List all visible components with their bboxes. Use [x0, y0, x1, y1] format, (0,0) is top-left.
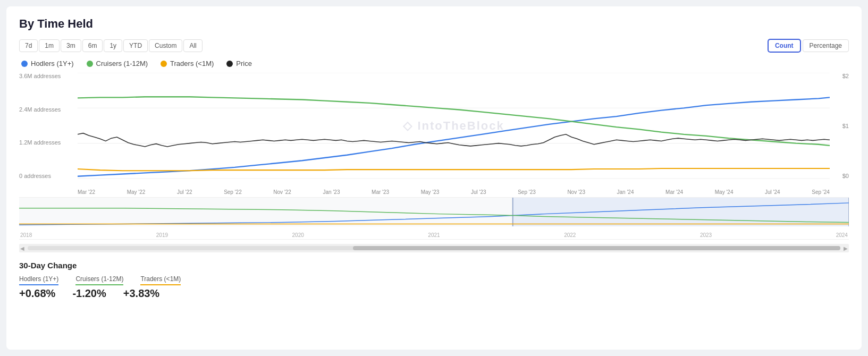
x-label-1: May '22: [127, 189, 146, 195]
x-label-4: Nov '22: [273, 189, 291, 195]
x-axis-labels: Mar '22 May '22 Jul '22 Sep '22 Nov '22 …: [78, 189, 830, 195]
x-label-6: Mar '23: [372, 189, 389, 195]
scroll-left-arrow[interactable]: ◀: [20, 245, 24, 251]
main-card: By Time Held 7d 1m 3m 6m 1y YTD Custom A…: [6, 6, 862, 350]
x-label-8: Jul '23: [471, 189, 486, 195]
mini-x-4: 2022: [564, 232, 576, 238]
price-label: Price: [236, 60, 252, 67]
change-value-traders: +3.83%: [123, 287, 159, 300]
changes-values: +0.68% -1.20% +3.83%: [19, 287, 849, 300]
scroll-track: [28, 246, 840, 250]
x-label-15: Sep '24: [812, 189, 830, 195]
btn-custom[interactable]: Custom: [149, 39, 182, 52]
btn-1m[interactable]: 1m: [39, 39, 60, 52]
svg-rect-5: [513, 198, 849, 226]
page-title: By Time Held: [19, 17, 849, 31]
changes-labels: Hodlers (1Y+) Cruisers (1-12M) Traders (…: [19, 275, 849, 285]
change-value-cruisers: -1.20%: [72, 287, 106, 300]
price-line: [78, 133, 830, 147]
mini-x-3: 2021: [428, 232, 440, 238]
mini-x-6: 2024: [836, 232, 848, 238]
btn-count[interactable]: Count: [768, 39, 800, 52]
cruisers-dot: [87, 61, 93, 67]
mini-x-2: 2020: [292, 232, 304, 238]
y-right-mid: $1: [842, 123, 849, 129]
price-dot: [226, 61, 233, 67]
changes-section: 30-Day Change Hodlers (1Y+) Cruisers (1-…: [19, 261, 849, 300]
x-label-3: Sep '22: [224, 189, 242, 195]
y-label-bottom: 0 addresses: [19, 173, 78, 179]
legend-traders: Traders (<1M): [161, 60, 214, 67]
main-chart-svg-container: ◇ IntoTheBlock: [78, 73, 830, 179]
legend-cruisers: Cruisers (1-12M): [87, 60, 148, 67]
btn-6m[interactable]: 6m: [82, 39, 103, 52]
y-axis-right: $2 $1 $0: [833, 73, 849, 179]
traders-dot: [161, 61, 167, 67]
legend-price: Price: [226, 60, 252, 67]
hodlers-dot: [21, 61, 28, 67]
toolbar: 7d 1m 3m 6m 1y YTD Custom All Count Perc…: [19, 39, 849, 52]
x-label-2: Jul '22: [177, 189, 192, 195]
x-label-12: Mar '24: [665, 189, 683, 195]
change-label-cruisers: Cruisers (1-12M): [75, 275, 123, 285]
view-toggle: Count Percentage: [768, 39, 849, 52]
btn-percentage[interactable]: Percentage: [803, 39, 849, 52]
x-label-7: May '23: [421, 189, 440, 195]
x-label-9: Sep '23: [518, 189, 536, 195]
btn-1y[interactable]: 1y: [104, 39, 122, 52]
mini-x-5: 2023: [700, 232, 712, 238]
mini-x-0: 2018: [20, 232, 32, 238]
y-right-top: $2: [842, 73, 849, 79]
cruisers-label: Cruisers (1-12M): [96, 60, 148, 67]
legend-hodlers: Hodlers (1Y+): [21, 60, 74, 67]
mini-x-labels: 2018 2019 2020 2021 2022 2023 2024: [19, 232, 849, 238]
scroll-thumb[interactable]: [353, 246, 840, 250]
x-label-13: May '24: [715, 189, 734, 195]
mini-x-1: 2019: [156, 232, 168, 238]
y-axis-left: 3.6M addresses 2.4M addresses 1.2M addre…: [19, 73, 78, 179]
y-right-bot: $0: [842, 173, 849, 179]
x-label-0: Mar '22: [78, 189, 95, 195]
y-label-2: 2.4M addresses: [19, 106, 78, 113]
y-label-3: 1.2M addresses: [19, 139, 78, 146]
chart-legend: Hodlers (1Y+) Cruisers (1-12M) Traders (…: [19, 60, 849, 67]
change-label-hodlers: Hodlers (1Y+): [19, 275, 58, 285]
scroll-right-arrow[interactable]: ▶: [844, 245, 848, 251]
x-label-11: Jan '24: [617, 189, 634, 195]
mini-chart-container[interactable]: 2018 2019 2020 2021 2022 2023 2024: [19, 197, 849, 240]
main-chart-svg: [78, 73, 830, 179]
x-label-14: Jul '24: [765, 189, 780, 195]
hodlers-label: Hodlers (1Y+): [31, 60, 74, 67]
btn-all[interactable]: All: [183, 39, 202, 52]
change-label-traders: Traders (<1M): [140, 275, 181, 285]
scroll-bar[interactable]: ◀ ▶: [19, 244, 849, 252]
y-label-top: 3.6M addresses: [19, 73, 78, 79]
mini-chart-svg: [19, 198, 849, 226]
btn-3m[interactable]: 3m: [61, 39, 81, 52]
time-range-buttons: 7d 1m 3m 6m 1y YTD Custom All: [19, 39, 203, 52]
change-value-hodlers: +0.68%: [19, 287, 55, 300]
x-label-10: Nov '23: [567, 189, 585, 195]
btn-ytd[interactable]: YTD: [123, 39, 148, 52]
changes-title: 30-Day Change: [19, 261, 849, 270]
btn-7d[interactable]: 7d: [19, 39, 38, 52]
x-label-5: Jan '23: [323, 189, 340, 195]
traders-label: Traders (<1M): [170, 60, 214, 67]
traders-line: [78, 168, 830, 171]
main-chart-area: 3.6M addresses 2.4M addresses 1.2M addre…: [19, 73, 849, 195]
